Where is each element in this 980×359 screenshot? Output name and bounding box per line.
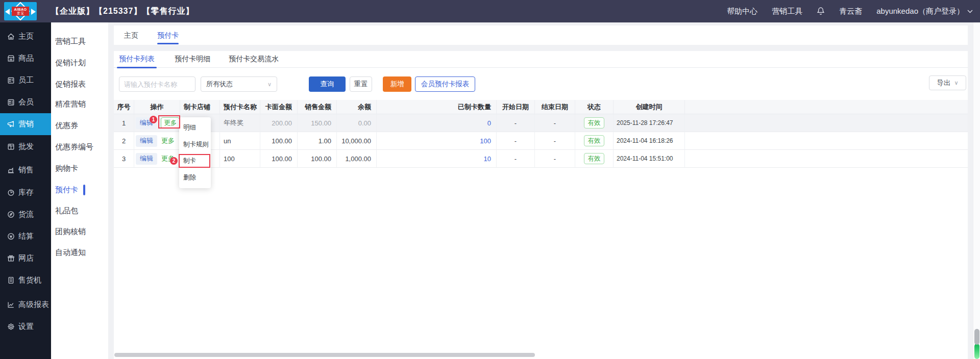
store-name[interactable]: 青云斋 [839,7,862,16]
query-button[interactable]: 查询 [309,76,346,92]
edit-button[interactable]: 编辑 [136,135,157,147]
cell-face-amount: 200.00 [260,114,298,132]
submenu-item-auto-notify[interactable]: 自动通知 [51,247,108,258]
logo-right-triangle-icon [31,9,36,15]
sidebar-item-settings[interactable]: 设置 [0,320,51,332]
help-center-link[interactable]: 帮助中心 [727,7,757,16]
cell-actions: 编辑 更多 [134,132,180,150]
cell-card-name: 100 [220,150,260,168]
cell-card-name: un [220,132,260,150]
reset-button[interactable]: 重置 [350,76,372,92]
column-header-balance: 余额 [337,100,377,114]
sidebar-item-marketing[interactable]: 营销 [0,118,51,130]
tab-active-underline [157,43,179,44]
column-header-sale-amount: 销售金额 [298,100,337,114]
sidebar-item-sales[interactable]: 销售 [0,164,51,176]
sidebar: 主页 商品 员工 会员 营销 批发 销售 库存 [0,22,51,359]
chevron-down-icon: ∨ [267,81,272,88]
prepaid-card-name-input[interactable] [119,76,195,92]
subtab-prepaid-card-list[interactable]: 预付卡列表 [119,51,155,68]
submenu-active-indicator [83,185,85,195]
submenu-item-promo-report[interactable]: 促销报表 [51,79,108,90]
cell-balance: 1,000.00 [337,150,377,168]
submenu-item-shopping-card[interactable]: 购物卡 [51,163,108,174]
submenu-item-gift-pack[interactable]: 礼品包 [51,205,108,216]
sidebar-item-member[interactable]: 会员 [0,96,51,108]
subtab-bar: 预付卡列表 预付卡明细 预付卡交易流水 [114,51,968,68]
menu-item-card-rules[interactable]: 制卡规则 [179,136,211,153]
sidebar-item-label: 销售 [18,165,34,175]
logo-left-triangle-icon [5,9,10,15]
sidebar-item-logistics[interactable]: 货流 [0,208,51,220]
status-select-value: 所有状态 [206,80,233,89]
tab-bar: 主页 预付卡 [114,25,968,45]
cell-start-date: - [497,150,535,168]
column-header-end-date: 结束日期 [535,100,575,114]
submenu-item-group-verify[interactable]: 团购核销 [51,226,108,237]
submenu-item-prepaid-card[interactable]: 预付卡 [51,184,108,195]
sidebar-item-online-store[interactable]: 网店 [0,252,51,264]
sidebar-item-home[interactable]: 主页 [0,30,51,42]
submenu-item-coupon-number[interactable]: 优惠券编号 [51,141,108,152]
marketing-tools-link[interactable]: 营销工具 [772,7,802,16]
sidebar-item-vending[interactable]: 售货机 [0,274,51,286]
settlement-coin-icon [7,232,15,241]
sidebar-item-staff[interactable]: 员工 [0,74,51,86]
cell-card-name: 年终奖 [220,114,260,132]
export-button[interactable]: 导出 ∨ [929,75,966,90]
menu-item-detail[interactable]: 明细 [179,119,211,136]
cards-made-link[interactable]: 100 [480,137,491,145]
annotation-box-step1 [158,115,180,129]
tab-home[interactable]: 主页 [124,25,138,45]
compass-icon [7,210,15,219]
sidebar-item-advanced-report[interactable]: 高级报表 [0,298,51,311]
storefront-icon [7,54,15,63]
account-menu[interactable]: abyunkedao（商户登录） [876,7,973,16]
sidebar-item-settlement[interactable]: 结算 [0,230,51,242]
table-header-row: 序号 操作 制卡店铺 预付卡名称 卡面金额 销售金额 余额 已制卡数量 开始日期… [114,100,968,114]
submenu-item-coupon[interactable]: 优惠券 [51,120,108,131]
sidebar-item-label: 高级报表 [18,300,49,310]
horizontal-scrollbar-thumb[interactable] [114,353,535,357]
tab-prepaid-card[interactable]: 预付卡 [157,25,179,45]
logo-label: AIBAO 爱 宝 [12,7,29,16]
submenu-item-precision-marketing[interactable]: 精准营销 [51,98,108,110]
notification-bell-button[interactable] [817,7,825,16]
cards-made-link[interactable]: 0 [487,119,491,127]
menu-item-delete[interactable]: 删除 [179,169,211,186]
megaphone-icon [7,120,15,129]
sidebar-item-label: 设置 [18,322,34,331]
sidebar-item-goods[interactable]: 商品 [0,52,51,64]
cell-end-date: - [535,132,575,150]
edit-button[interactable]: 编辑 [136,153,157,165]
column-header-card-name: 预付卡名称 [220,100,260,114]
subtab-prepaid-card-detail[interactable]: 预付卡明细 [175,51,210,68]
status-badge: 有效 [584,153,604,164]
topbar-right: 帮助中心 营销工具 青云斋 abyunkedao（商户登录） [727,0,973,22]
submenu-item-marketing-tools[interactable]: 营销工具 [51,36,108,47]
sidebar-item-label: 网店 [18,253,34,263]
member-prepaid-report-button[interactable]: 会员预付卡报表 [415,76,475,92]
cell-created-at: 2024-11-04 16:18:26 [614,132,685,150]
status-badge: 有效 [584,135,604,146]
subtab-prepaid-card-transactions[interactable]: 预付卡交易流水 [229,51,279,68]
status-select[interactable]: 所有状态 ∨ [201,76,277,92]
vertical-scrollbar[interactable] [973,22,980,359]
brand-logo[interactable]: AIBAO 爱 宝 [4,2,37,20]
submenu-item-promo-plan[interactable]: 促销计划 [51,57,108,68]
sidebar-item-label: 批发 [18,142,34,151]
annotation-badge-step2: 2 [170,157,178,165]
cards-made-link[interactable]: 10 [484,155,491,163]
main-area: 主页 预付卡 预付卡列表 预付卡明细 预付卡交易流水 所有状态 ∨ 查询 重置 … [108,22,980,359]
sidebar-item-inventory[interactable]: 库存 [0,186,51,198]
vending-machine-icon [7,276,15,285]
column-header-face-amount: 卡面金额 [260,100,298,114]
sidebar-item-wholesale[interactable]: 批发 [0,140,51,152]
more-button[interactable]: 更多 [161,136,175,145]
vertical-scrollbar-thumb[interactable] [974,329,979,345]
logo-brand-en: AIBAO [12,8,29,12]
add-button[interactable]: 新增 [383,76,411,92]
logo-brand-cn: 爱 宝 [12,12,29,15]
gear-icon [7,322,15,331]
cell-created-at: 2024-11-04 15:51:00 [614,150,685,168]
